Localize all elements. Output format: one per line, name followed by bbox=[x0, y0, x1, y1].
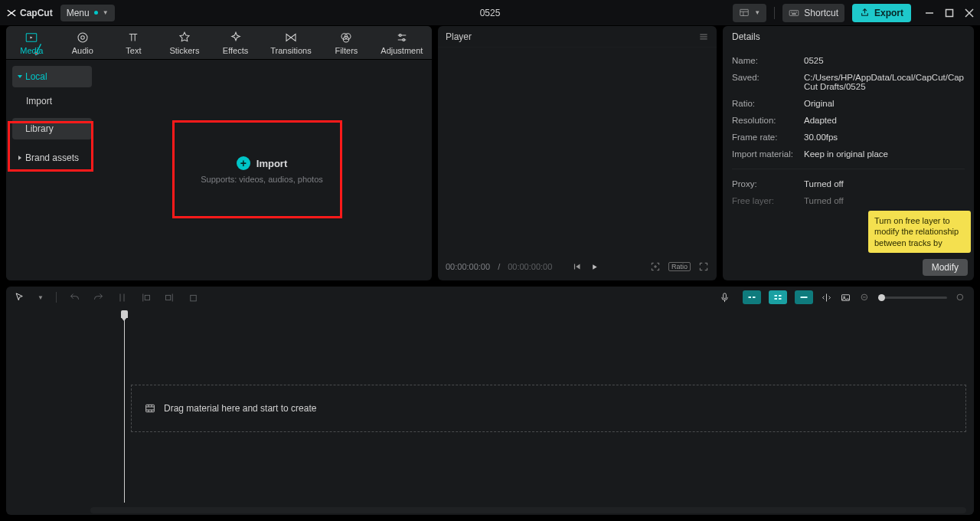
layout-button[interactable]: ▼ bbox=[733, 4, 766, 22]
undo-button[interactable] bbox=[69, 292, 80, 303]
tab-stickers[interactable]: Stickers bbox=[159, 26, 211, 60]
tab-text[interactable]: Text bbox=[108, 26, 159, 60]
project-title: 0525 bbox=[480, 8, 501, 18]
menu-button[interactable]: Menu ▼ bbox=[60, 5, 115, 21]
close-button[interactable] bbox=[965, 8, 974, 18]
record-voiceover-button[interactable] bbox=[719, 292, 730, 303]
zoom-fit-icon[interactable] bbox=[955, 292, 966, 303]
details-fps-key: Frame rate: bbox=[732, 133, 804, 142]
film-icon bbox=[144, 402, 156, 415]
tab-media-label: Media bbox=[20, 46, 43, 55]
sidebar-import-label: Import bbox=[26, 96, 52, 106]
timeline-scrollbar[interactable] bbox=[90, 507, 966, 513]
sidebar-item-local[interactable]: Local bbox=[12, 66, 92, 87]
export-button[interactable]: Export bbox=[852, 4, 911, 22]
magnet-auto-snap-button[interactable] bbox=[769, 290, 787, 304]
playhead[interactable] bbox=[124, 310, 125, 503]
magnet-main-track-button[interactable] bbox=[743, 290, 761, 304]
timeline-drop-hint: Drag material here and start to create bbox=[164, 403, 316, 414]
export-label: Export bbox=[874, 8, 903, 18]
focus-icon[interactable] bbox=[650, 261, 661, 272]
details-freelayer-value: Turned off bbox=[804, 196, 965, 205]
details-name-value: 0525 bbox=[804, 56, 965, 65]
svg-rect-0 bbox=[740, 9, 749, 15]
zoom-slider[interactable] bbox=[878, 297, 947, 299]
svg-point-51 bbox=[957, 294, 963, 300]
zoom-slider-thumb[interactable] bbox=[878, 294, 885, 301]
fullscreen-icon[interactable] bbox=[698, 261, 709, 272]
svg-point-48 bbox=[844, 296, 845, 297]
svg-point-16 bbox=[81, 36, 85, 40]
preview-axis-button[interactable] bbox=[821, 292, 832, 303]
tab-effects-label: Effects bbox=[223, 46, 248, 55]
tab-transitions-label: Transitions bbox=[270, 46, 311, 55]
details-resolution-key: Resolution: bbox=[732, 116, 804, 125]
delete-right-button[interactable] bbox=[164, 292, 175, 303]
shortcut-button[interactable]: Shortcut bbox=[782, 4, 844, 22]
player-header: Player bbox=[438, 26, 717, 48]
timeline-dropzone[interactable]: Drag material here and start to create bbox=[131, 385, 966, 432]
svg-rect-45 bbox=[801, 297, 808, 298]
chevron-down-icon: ▼ bbox=[754, 9, 760, 16]
details-fps-value: 30.00fps bbox=[804, 133, 965, 142]
sidebar-item-import[interactable]: Import bbox=[12, 90, 92, 112]
modify-button[interactable]: Modify bbox=[923, 259, 968, 276]
tab-media[interactable]: Media bbox=[6, 26, 57, 60]
timeline-body[interactable]: Drag material here and start to create bbox=[6, 308, 974, 515]
svg-rect-40 bbox=[753, 297, 756, 298]
selection-tool[interactable] bbox=[14, 292, 25, 303]
svg-rect-34 bbox=[145, 295, 149, 300]
player-controls: 00:00:00:00 / 00:00:00:00 Ratio bbox=[438, 256, 717, 277]
svg-rect-3 bbox=[789, 10, 799, 15]
timeline-toolbar: ▼ bbox=[6, 287, 974, 308]
svg-rect-27 bbox=[574, 264, 575, 270]
minimize-button[interactable] bbox=[925, 8, 934, 18]
svg-rect-41 bbox=[775, 295, 778, 297]
zoom-out-icon[interactable] bbox=[859, 292, 871, 303]
shortcut-label: Shortcut bbox=[804, 8, 838, 18]
import-dropzone[interactable]: + Import Supports: videos, audios, photo… bbox=[176, 123, 348, 217]
magnet-link-button[interactable] bbox=[795, 290, 813, 304]
tab-adjustment-label: Adjustment bbox=[381, 46, 423, 55]
details-resolution-value: Adapted bbox=[804, 116, 965, 125]
tab-transitions[interactable]: Transitions bbox=[261, 26, 321, 60]
tab-stickers-label: Stickers bbox=[169, 46, 199, 55]
tab-filters-label: Filters bbox=[335, 46, 358, 55]
cover-button[interactable] bbox=[840, 292, 851, 303]
sidebar-item-brand-assets[interactable]: Brand assets bbox=[12, 147, 92, 169]
svg-rect-39 bbox=[749, 297, 752, 298]
maximize-button[interactable] bbox=[945, 8, 954, 18]
player-title: Player bbox=[446, 31, 472, 42]
player-menu-icon[interactable] bbox=[698, 31, 709, 42]
details-proxy-key: Proxy: bbox=[732, 179, 804, 188]
sidebar-library-label: Library bbox=[25, 123, 54, 134]
details-ratio-value: Original bbox=[804, 99, 965, 108]
play-button[interactable] bbox=[590, 263, 599, 271]
svg-rect-42 bbox=[779, 295, 782, 297]
menu-label: Menu bbox=[67, 8, 90, 18]
details-freelayer-key: Free layer: bbox=[732, 196, 804, 205]
details-panel: Details Name:0525 Saved:C:/Users/HP/AppD… bbox=[723, 26, 974, 280]
sidebar-item-library[interactable]: Library bbox=[12, 118, 92, 139]
details-importmat-key: Import material: bbox=[732, 149, 804, 159]
tool-chevron-down-icon[interactable]: ▼ bbox=[38, 294, 44, 301]
tab-filters[interactable]: Filters bbox=[321, 26, 372, 60]
import-subtitle: Supports: videos, audios, photos bbox=[201, 175, 323, 184]
details-proxy-value: Turned off bbox=[804, 179, 965, 188]
tab-audio-label: Audio bbox=[72, 46, 93, 55]
delete-left-button[interactable] bbox=[140, 292, 152, 303]
details-importmat-value: Keep in original place bbox=[804, 149, 965, 159]
delete-button[interactable] bbox=[188, 292, 199, 303]
svg-point-15 bbox=[78, 33, 87, 42]
redo-button[interactable] bbox=[93, 292, 104, 303]
tab-effects[interactable]: Effects bbox=[210, 26, 261, 60]
details-body: Name:0525 Saved:C:/Users/HP/AppData/Loca… bbox=[723, 48, 974, 209]
import-title: Import bbox=[256, 158, 287, 169]
media-tabs: Media Audio Text Stickers Effects bbox=[6, 26, 432, 60]
ratio-button[interactable]: Ratio bbox=[668, 262, 691, 271]
tab-audio[interactable]: Audio bbox=[57, 26, 109, 60]
split-button[interactable] bbox=[116, 292, 128, 303]
tab-adjustment[interactable]: Adjustment bbox=[372, 26, 432, 60]
svg-rect-10 bbox=[946, 9, 953, 16]
prev-frame-button[interactable] bbox=[572, 261, 583, 272]
